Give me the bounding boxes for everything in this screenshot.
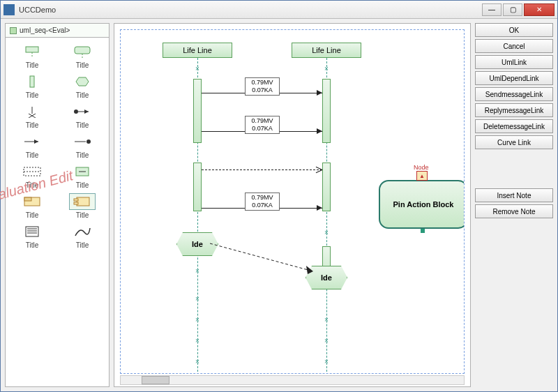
message-2-arrow xyxy=(317,128,322,134)
replymessagelink-button[interactable]: ReplymessageLink xyxy=(475,103,553,117)
message-dashed-line[interactable] xyxy=(202,169,322,170)
scroll-thumb[interactable] xyxy=(142,376,169,384)
horizontal-scrollbar[interactable] xyxy=(120,375,465,385)
lifeline-1-head[interactable]: Life Line xyxy=(163,43,232,58)
right-panel: OK Cancel UmlLink UmlDependLink Sendmess… xyxy=(475,23,553,387)
sendmessagelink-button[interactable]: SendmessageLink xyxy=(475,87,553,101)
minimize-button[interactable]: — xyxy=(482,3,502,16)
svg-rect-0 xyxy=(26,47,38,52)
window-title: UCCDemo xyxy=(19,6,482,14)
app-icon xyxy=(3,4,15,15)
tool-minus[interactable]: Title xyxy=(59,163,106,189)
tab-icon xyxy=(10,27,17,34)
node-top[interactable]: ▲ xyxy=(416,171,428,181)
tool-palette: uml_seq-<Eval> aluation Edit Title Title… xyxy=(5,23,110,387)
tool-found-message[interactable]: Title xyxy=(59,103,106,129)
svg-marker-5 xyxy=(76,77,89,86)
cancel-button[interactable]: Cancel xyxy=(475,39,553,53)
svg-rect-24 xyxy=(74,202,78,204)
activation-1b[interactable] xyxy=(193,163,202,211)
hex-link xyxy=(210,239,322,281)
curvelink-button[interactable]: Curve Link xyxy=(475,135,553,149)
svg-rect-2 xyxy=(75,47,90,54)
message-3-label[interactable]: 0.79MV0.07KA xyxy=(245,193,280,211)
palette-tab[interactable]: uml_seq-<Eval> xyxy=(6,24,109,38)
svg-point-15 xyxy=(86,140,91,144)
tool-activation[interactable]: Title xyxy=(8,73,56,99)
message-dashed-arrow xyxy=(315,166,322,173)
activation-2b[interactable] xyxy=(322,163,331,211)
pin-action-block[interactable]: Pin Action Block xyxy=(379,180,465,229)
tool-component[interactable]: Title xyxy=(59,193,106,219)
titlebar[interactable]: UCCDemo — ▢ ✕ xyxy=(1,1,557,19)
close-button[interactable]: ✕ xyxy=(524,3,555,16)
tool-curve[interactable]: Title xyxy=(59,223,106,249)
canvas-wrapper: Life Line ××××××× Life Line ××××××× xyxy=(114,23,471,387)
activation-1a[interactable] xyxy=(193,79,202,143)
svg-rect-25 xyxy=(26,227,38,236)
umldependlink-button[interactable]: UmlDependLink xyxy=(475,71,553,85)
tool-action-block[interactable]: Title xyxy=(59,43,106,69)
svg-rect-22 xyxy=(77,197,89,206)
tool-frame[interactable]: Title xyxy=(8,193,56,219)
tab-label: uml_seq-<Eval> xyxy=(20,27,70,34)
hexagon-ide-1[interactable]: Ide xyxy=(176,232,218,256)
svg-marker-11 xyxy=(84,110,89,114)
lifeline-2-head[interactable]: Life Line xyxy=(292,43,361,58)
insertnote-button[interactable]: Insert Note xyxy=(475,188,553,202)
message-2-label[interactable]: 0.79MV0.07KA xyxy=(245,116,280,134)
tool-destroy[interactable]: Title xyxy=(8,103,56,129)
svg-rect-4 xyxy=(30,76,34,87)
content-area: uml_seq-<Eval> aluation Edit Title Title… xyxy=(1,19,557,391)
ok-button[interactable]: OK xyxy=(475,23,553,37)
maximize-button[interactable]: ▢ xyxy=(503,3,522,16)
activation-2a[interactable] xyxy=(322,79,331,143)
diagram-canvas[interactable]: Life Line ××××××× Life Line ××××××× xyxy=(120,29,465,374)
app-window: UCCDemo — ▢ ✕ uml_seq-<Eval> aluation Ed… xyxy=(0,0,558,392)
node-top-label: Node xyxy=(414,164,429,171)
removenote-button[interactable]: Remove Note xyxy=(475,204,553,218)
hexagon-ide-2[interactable]: Ide xyxy=(306,266,347,289)
deletemessagelink-button[interactable]: DeletemessageLink xyxy=(475,119,553,133)
svg-rect-23 xyxy=(74,199,78,201)
svg-marker-13 xyxy=(34,140,38,144)
handle-bottom[interactable] xyxy=(421,229,425,233)
svg-line-29 xyxy=(210,243,313,271)
umllink-button[interactable]: UmlLink xyxy=(475,55,553,69)
tool-fragment[interactable]: Title xyxy=(8,163,56,189)
message-1-arrow xyxy=(317,90,322,96)
svg-point-9 xyxy=(74,110,78,114)
tool-note[interactable]: Title xyxy=(8,223,56,249)
svg-rect-21 xyxy=(24,197,31,201)
window-buttons: — ▢ ✕ xyxy=(482,3,555,16)
message-1-label[interactable]: 0.79MV0.07KA xyxy=(245,77,280,96)
tool-lost-message[interactable]: Title xyxy=(59,133,106,159)
tool-lifeline-rect[interactable]: Title xyxy=(8,43,56,69)
message-3-arrow xyxy=(317,205,322,211)
tool-message[interactable]: Title xyxy=(8,133,56,159)
tool-grid: aluation Edit Title Title Title Title Ti… xyxy=(6,38,109,386)
tool-hexagon[interactable]: Title xyxy=(59,73,106,99)
